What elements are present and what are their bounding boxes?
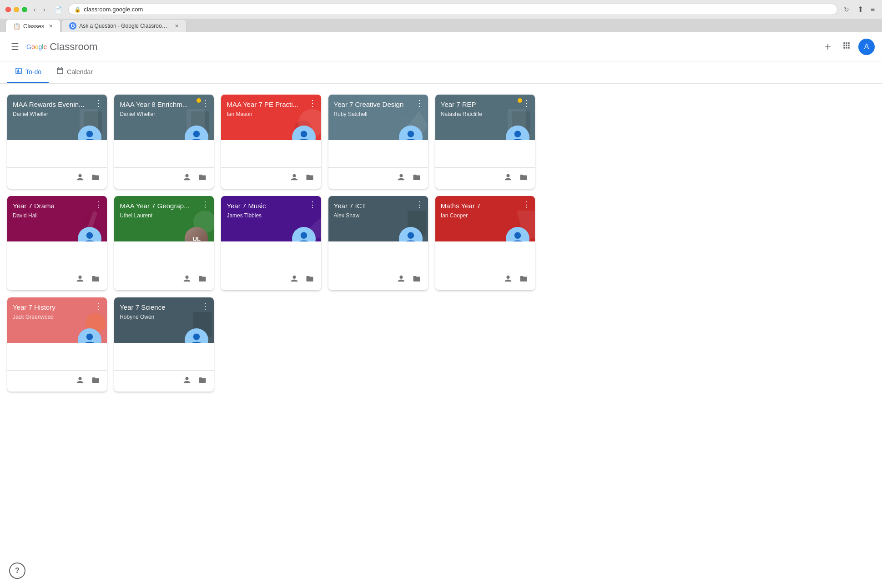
card-folder-icon-button[interactable]: [90, 273, 101, 286]
card-teacher: Daniel Wheller: [13, 111, 101, 117]
card-folder-icon-button[interactable]: [518, 273, 529, 286]
class-card-4[interactable]: Year 7 Creative Design Ruby Satchell ⋮: [328, 95, 428, 189]
card-footer: [435, 167, 535, 189]
students-icon: [76, 173, 84, 181]
class-card-6[interactable]: Year 7 Drama David Hall ⋮: [7, 196, 107, 290]
folder-icon: [306, 275, 314, 283]
class-card-11[interactable]: Year 7 History Jack Greenwood ⋮: [7, 297, 107, 392]
card-person-icon-button[interactable]: [181, 374, 193, 388]
tab-community-close[interactable]: ✕: [175, 23, 179, 29]
card-footer: [221, 269, 321, 290]
card-title: Year 7 REP: [441, 100, 516, 109]
nav-tab-calendar[interactable]: Calendar: [49, 61, 100, 83]
card-menu-button[interactable]: ⋮: [200, 200, 210, 210]
address-bar[interactable]: 🔒 classroom.google.com: [68, 4, 837, 15]
folder-icon: [91, 173, 100, 181]
card-menu-button[interactable]: ⋮: [93, 301, 103, 311]
card-menu-button[interactable]: ⋮: [414, 98, 424, 108]
minimize-window-button[interactable]: [14, 7, 19, 12]
maximize-window-button[interactable]: [22, 7, 27, 12]
card-person-icon-button[interactable]: [74, 273, 86, 286]
card-body: [328, 140, 428, 167]
card-folder-icon-button[interactable]: [90, 374, 101, 388]
card-folder-icon-button[interactable]: [197, 273, 208, 286]
class-card-9[interactable]: Year 7 ICT Alex Shaw ⋮: [328, 196, 428, 290]
card-folder-icon-button[interactable]: [304, 171, 316, 185]
card-person-icon-button[interactable]: [181, 273, 193, 286]
card-menu-button[interactable]: ⋮: [521, 200, 531, 210]
card-header: Year 7 REP Natasha Ratcliffe ⋮: [435, 95, 535, 140]
card-menu-button[interactable]: ⋮: [93, 200, 103, 210]
browser-tabs: 📋 Classes ✕ G Ask a Question - Google Cl…: [0, 19, 882, 32]
add-class-button[interactable]: +: [821, 37, 835, 57]
reload-button[interactable]: ↻: [841, 5, 852, 14]
students-icon: [290, 173, 298, 181]
folder-icon: [198, 376, 207, 384]
class-card-2[interactable]: MAA Year 8 Enrichm... Daniel Wheller ⋮: [114, 95, 214, 189]
class-card-8[interactable]: Year 7 Music James Tibbles ⋮: [221, 196, 321, 290]
app-nav: To-do Calendar: [0, 61, 882, 84]
tab-classes-close[interactable]: ✕: [49, 23, 53, 29]
app-logo[interactable]: Google Classroom: [26, 41, 97, 53]
card-folder-icon-button[interactable]: [304, 273, 316, 286]
card-folder-icon-button[interactable]: [90, 171, 101, 185]
card-person-icon-button[interactable]: [74, 374, 86, 388]
url-text: classroom.google.com: [84, 6, 143, 13]
reader-mode-button[interactable]: 📄: [51, 5, 65, 14]
card-menu-button[interactable]: ⋮: [414, 200, 424, 210]
tab-community-icon: G: [69, 22, 76, 30]
card-person-icon-button[interactable]: [288, 273, 300, 286]
card-folder-icon-button[interactable]: [411, 171, 423, 185]
class-card-10[interactable]: Maths Year 7 Ian Cooper ⋮: [435, 196, 535, 290]
google-logo-text: Google: [26, 43, 47, 50]
reading-list-button[interactable]: ≡: [869, 5, 877, 15]
teacher-avatar-placeholder: [399, 126, 423, 140]
app-name-text: Classroom: [50, 41, 97, 53]
card-folder-icon-button[interactable]: [197, 171, 208, 185]
share-button[interactable]: ⬆: [856, 4, 865, 15]
card-menu-button[interactable]: ⋮: [93, 98, 103, 108]
class-card-1[interactable]: MAA Rewards Evenin... Daniel Wheller ⋮: [7, 95, 107, 189]
class-card-7[interactable]: MAA Year 7 Geograp... Uthel Laurent ⋮ UL: [114, 196, 214, 290]
card-menu-button[interactable]: ⋮: [200, 98, 210, 108]
card-menu-button[interactable]: ⋮: [200, 301, 210, 311]
card-header: Year 7 Science Robyne Owen ⋮: [114, 297, 214, 343]
card-menu-button[interactable]: ⋮: [307, 98, 318, 108]
card-menu-button[interactable]: ⋮: [307, 200, 318, 210]
card-folder-icon-button[interactable]: [518, 171, 529, 185]
apps-grid-button[interactable]: [838, 37, 855, 56]
user-avatar-button[interactable]: A: [858, 39, 875, 55]
teacher-photo-avatar: UL: [185, 227, 208, 241]
hamburger-menu-button[interactable]: ☰: [7, 38, 23, 56]
card-person-icon-button[interactable]: [502, 273, 514, 286]
card-teacher: Jack Greenwood: [13, 314, 101, 320]
folder-icon: [306, 173, 314, 181]
card-folder-icon-button[interactable]: [411, 273, 423, 286]
card-header: MAA Rewards Evenin... Daniel Wheller ⋮: [7, 95, 107, 140]
tab-classes[interactable]: 📋 Classes ✕: [5, 19, 60, 32]
card-menu-button[interactable]: ⋮: [521, 98, 531, 108]
card-title: Year 7 Drama: [13, 201, 88, 211]
card-avatar-wrap: [78, 227, 101, 241]
nav-tab-todo[interactable]: To-do: [7, 61, 49, 83]
tab-community[interactable]: G Ask a Question - Google Classroom Comm…: [61, 19, 186, 32]
students-icon: [183, 376, 191, 384]
card-person-icon-button[interactable]: [395, 171, 407, 185]
card-folder-icon-button[interactable]: [197, 374, 208, 388]
card-teacher: Ian Cooper: [441, 212, 529, 219]
class-card-12[interactable]: Year 7 Science Robyne Owen ⋮: [114, 297, 214, 392]
card-person-icon-button[interactable]: [288, 171, 300, 185]
class-card-5[interactable]: Year 7 REP Natasha Ratcliffe ⋮: [435, 95, 535, 189]
back-button[interactable]: ‹: [31, 5, 39, 14]
tab-classes-icon: 📋: [13, 23, 20, 30]
close-window-button[interactable]: [5, 7, 11, 12]
students-icon: [397, 275, 405, 283]
class-card-3[interactable]: MAA Year 7 PE Practi... Ian Mason ⋮: [221, 95, 321, 189]
forward-button[interactable]: ›: [40, 5, 48, 14]
folder-icon: [198, 275, 207, 283]
card-person-icon-button[interactable]: [181, 171, 193, 185]
card-person-icon-button[interactable]: [74, 171, 86, 185]
card-person-icon-button[interactable]: [395, 273, 407, 286]
teacher-avatar-placeholder: [78, 328, 101, 343]
card-person-icon-button[interactable]: [502, 171, 514, 185]
